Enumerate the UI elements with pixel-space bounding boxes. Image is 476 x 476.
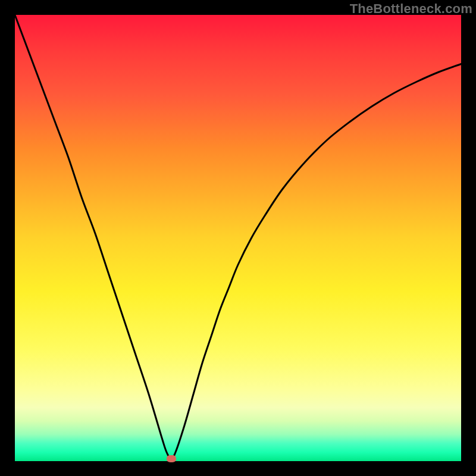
chart-frame: TheBottleneck.com	[0, 0, 476, 476]
optimum-marker	[167, 455, 176, 462]
curve-svg	[15, 15, 461, 461]
bottleneck-curve	[15, 15, 461, 459]
plot-area	[15, 15, 461, 461]
